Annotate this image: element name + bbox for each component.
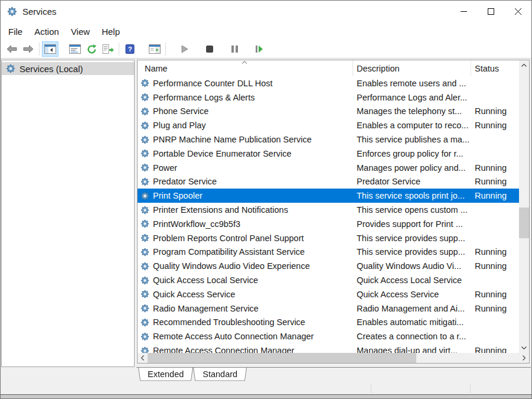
horizontal-scroll-thumb[interactable] bbox=[148, 353, 416, 363]
service-status: Running bbox=[471, 304, 519, 313]
service-gear-icon bbox=[141, 107, 149, 116]
help-button[interactable]: ? bbox=[122, 41, 138, 57]
service-row[interactable]: PNRP Machine Name Publication Service Th… bbox=[138, 132, 519, 147]
service-row[interactable]: PrintWorkflow_cc9b5f3 Provides support f… bbox=[138, 217, 519, 231]
service-row[interactable]: Printer Extensions and Notifications Thi… bbox=[138, 203, 519, 217]
vertical-scrollbar[interactable] bbox=[519, 60, 529, 353]
back-arrow-icon bbox=[6, 45, 17, 53]
service-status: Running bbox=[471, 247, 519, 257]
tree-item-services-local[interactable]: Services (Local) bbox=[2, 62, 134, 75]
service-row[interactable]: Power Manages power policy and... Runnin… bbox=[138, 161, 519, 175]
service-row[interactable]: Remote Access Auto Connection Manager Cr… bbox=[138, 329, 519, 343]
service-gear-icon bbox=[141, 346, 149, 353]
menu-action[interactable]: Action bbox=[28, 24, 65, 39]
service-description: Performance Logs and Aler... bbox=[353, 93, 471, 102]
toolbar: ? bbox=[1, 40, 531, 59]
maximize-button[interactable] bbox=[477, 1, 504, 22]
scroll-down-button[interactable] bbox=[519, 343, 529, 353]
service-name: Recommended Troubleshooting Service bbox=[153, 317, 305, 327]
pause-service-button[interactable] bbox=[226, 41, 243, 57]
column-header-description[interactable]: Description bbox=[353, 60, 471, 76]
service-description: Provides support for Print ... bbox=[353, 219, 471, 229]
properties-button[interactable] bbox=[67, 41, 83, 57]
service-row[interactable]: Problem Reports Control Panel Support Th… bbox=[138, 231, 519, 245]
service-row[interactable]: Remote Access Connection Manager Manages… bbox=[138, 343, 519, 353]
window-bottom-edge bbox=[1, 394, 531, 398]
service-row[interactable]: Program Compatibility Assistant Service … bbox=[138, 245, 519, 259]
service-row[interactable]: Quality Windows Audio Video Experience Q… bbox=[138, 259, 519, 273]
service-description: This service provides supp... bbox=[353, 247, 471, 257]
services-window: Services FileActionViewHelp bbox=[0, 0, 532, 399]
service-gear-icon bbox=[141, 163, 149, 172]
service-row[interactable]: Plug and Play Enables a computer to reco… bbox=[138, 118, 519, 132]
service-row[interactable]: Quick Access Local Service Quick Access … bbox=[138, 273, 519, 287]
service-description: Enables remote users and ... bbox=[353, 79, 471, 88]
vertical-scroll-thumb[interactable] bbox=[519, 207, 529, 238]
service-name: Performance Logs & Alerts bbox=[153, 93, 254, 102]
show-console-tree-button[interactable] bbox=[42, 41, 58, 57]
refresh-icon bbox=[87, 44, 97, 54]
service-gear-icon bbox=[141, 304, 149, 313]
service-description: Enables automatic mitigati... bbox=[353, 317, 471, 327]
service-status: Running bbox=[471, 163, 519, 173]
service-gear-icon bbox=[141, 79, 149, 87]
service-description: Creates a connection to a r... bbox=[353, 332, 471, 341]
back-button[interactable] bbox=[4, 41, 20, 57]
service-row[interactable]: Phone Service Manages the telephony st..… bbox=[138, 105, 519, 119]
restart-service-button[interactable] bbox=[251, 41, 267, 57]
tab-extended[interactable]: Extended bbox=[138, 368, 193, 382]
service-gear-icon bbox=[141, 332, 149, 341]
service-gear-icon bbox=[141, 192, 149, 200]
service-description: Enforces group policy for r... bbox=[353, 149, 471, 158]
service-gear-icon bbox=[141, 93, 149, 102]
menu-help[interactable]: Help bbox=[96, 24, 126, 39]
service-name: Printer Extensions and Notifications bbox=[153, 205, 288, 215]
service-name: Quick Access Service bbox=[153, 290, 235, 299]
service-name: Program Compatibility Assistant Service bbox=[153, 247, 305, 257]
forward-button[interactable] bbox=[20, 41, 37, 57]
chevron-down-icon bbox=[521, 346, 527, 349]
service-name: Remote Access Auto Connection Manager bbox=[153, 332, 314, 341]
service-gear-icon bbox=[141, 135, 149, 144]
service-row[interactable]: Performance Logs & Alerts Performance Lo… bbox=[138, 90, 519, 105]
service-row[interactable]: Predator Service Predator Service Runnin… bbox=[138, 175, 519, 189]
status-bar bbox=[1, 382, 531, 394]
menu-file[interactable]: File bbox=[2, 24, 28, 39]
show-action-pane-button[interactable] bbox=[146, 41, 163, 57]
service-name: Portable Device Enumerator Service bbox=[153, 149, 292, 158]
scroll-right-button[interactable] bbox=[519, 353, 529, 363]
service-name: PrintWorkflow_cc9b5f3 bbox=[153, 219, 240, 229]
service-row[interactable]: Radio Management Service Radio Managemen… bbox=[138, 301, 519, 316]
service-status: Running bbox=[471, 106, 519, 116]
services-list-pane: Name Description Status Performance Coun… bbox=[137, 60, 530, 364]
service-row[interactable]: Quick Access Service Quick Access Servic… bbox=[138, 287, 519, 301]
service-description: This service provides supp... bbox=[353, 233, 471, 243]
service-row[interactable]: Recommended Troubleshooting Service Enab… bbox=[138, 316, 519, 330]
stop-service-button[interactable] bbox=[201, 41, 218, 57]
refresh-button[interactable] bbox=[83, 41, 100, 57]
service-name: Predator Service bbox=[153, 177, 217, 186]
service-name: Performance Counter DLL Host bbox=[153, 79, 273, 88]
horizontal-scrollbar[interactable] bbox=[138, 353, 529, 363]
column-header-status[interactable]: Status bbox=[471, 60, 519, 76]
service-gear-icon bbox=[141, 149, 149, 158]
export-list-icon bbox=[102, 44, 114, 54]
menu-view[interactable]: View bbox=[65, 24, 96, 39]
tab-standard[interactable]: Standard bbox=[193, 368, 247, 382]
minimize-button[interactable] bbox=[450, 1, 477, 22]
stop-icon bbox=[205, 45, 214, 53]
scroll-left-button[interactable] bbox=[138, 353, 148, 363]
export-list-button[interactable] bbox=[100, 41, 116, 57]
scroll-up-button[interactable] bbox=[519, 60, 529, 70]
start-service-button[interactable] bbox=[177, 41, 193, 57]
service-description: Manages dial-up and virt... bbox=[353, 346, 471, 353]
service-row[interactable]: Portable Device Enumerator Service Enfor… bbox=[138, 147, 519, 161]
service-row[interactable]: Print Spooler This service spools print … bbox=[138, 189, 519, 203]
service-gear-icon bbox=[141, 219, 149, 228]
service-row[interactable]: Performance Counter DLL Host Enables rem… bbox=[138, 76, 519, 90]
service-name: Plug and Play bbox=[153, 121, 205, 130]
pause-icon bbox=[231, 45, 239, 53]
properties-icon bbox=[69, 44, 81, 54]
close-button[interactable] bbox=[504, 1, 531, 22]
action-pane-icon bbox=[149, 44, 161, 54]
